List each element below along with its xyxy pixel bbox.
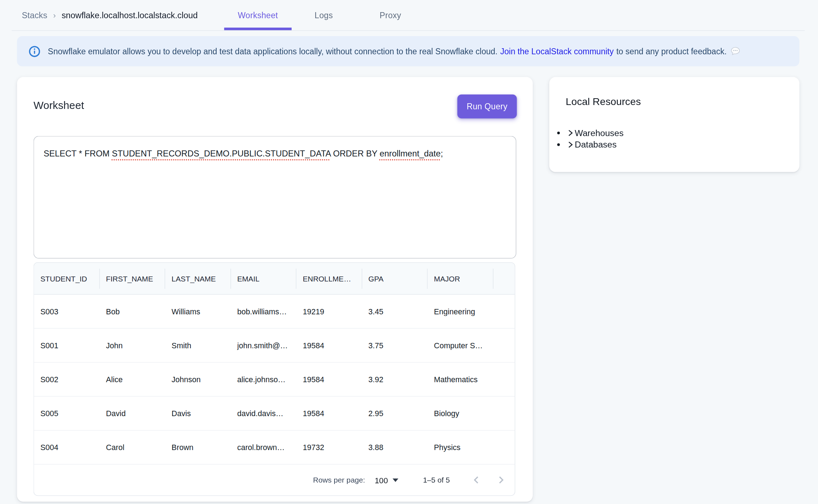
sql-identifier: STUDENT_RECORDS_DEMO.PUBLIC.STUDENT_DATA <box>112 149 331 158</box>
tab-worksheet[interactable]: Worksheet <box>224 0 292 30</box>
table-footer: Rows per page: 100 1–5 of 5 <box>34 465 515 495</box>
column-header-last-name[interactable]: LAST_NAME <box>165 263 231 295</box>
column-header-student-id[interactable]: STUDENT_ID <box>34 263 100 295</box>
table-cell: john.smith@… <box>231 341 297 350</box>
table-row[interactable]: S001JohnSmithjohn.smith@…195843.75Comput… <box>34 329 515 363</box>
bullet-icon <box>557 143 560 146</box>
page-title: Worksheet <box>34 99 84 111</box>
table-cell: 19584 <box>296 341 362 350</box>
column-header-email[interactable]: EMAIL <box>231 263 297 295</box>
rows-per-page-select[interactable]: 100 <box>375 475 398 484</box>
sql-text-segment: SELECT * FROM <box>44 149 112 158</box>
chevron-left-icon <box>469 473 483 487</box>
column-header-first-name[interactable]: FIRST_NAME <box>100 263 165 295</box>
results-table: STUDENT_IDFIRST_NAMELAST_NAMEEMAILENROLL… <box>34 262 515 496</box>
table-body: S003BobWilliamsbob.williams…192193.45Eng… <box>34 295 515 465</box>
chevron-right-icon <box>566 141 574 149</box>
info-banner: Snowflake emulator allows you to develop… <box>17 36 799 66</box>
sql-identifier: enrollment_date <box>380 149 441 158</box>
tab-label: Proxy <box>380 10 401 20</box>
tab-logs[interactable]: Logs <box>301 0 346 30</box>
sql-text: SELECT * FROM STUDENT_RECORDS_DEMO.PUBLI… <box>34 136 516 171</box>
table-cell: Alice <box>100 375 165 384</box>
column-header-enrollme-[interactable]: ENROLLME… <box>296 263 362 295</box>
chevron-right-icon <box>495 473 509 487</box>
community-link[interactable]: Join the LocalStack community <box>500 47 614 56</box>
table-cell: 19732 <box>296 443 362 451</box>
next-page-button[interactable] <box>495 473 509 487</box>
chevron-right-icon <box>566 129 574 137</box>
rows-per-page-label: Rows per page: <box>313 476 365 484</box>
table-cell: 19584 <box>296 409 362 418</box>
table-cell: 2.95 <box>362 409 428 418</box>
table-row[interactable]: S003BobWilliamsbob.williams…192193.45Eng… <box>34 295 515 329</box>
column-header-filler <box>493 263 515 295</box>
table-cell: Computer S… <box>428 341 494 350</box>
table-header-row: STUDENT_IDFIRST_NAMELAST_NAMEEMAILENROLL… <box>34 263 515 295</box>
table-cell: S004 <box>34 443 100 451</box>
tab-bar-divider <box>12 30 805 31</box>
sql-text-segment: ORDER BY <box>331 149 380 158</box>
speech-bubble-icon <box>730 46 740 56</box>
table-cell: Biology <box>428 409 494 418</box>
table-row[interactable]: S005DavidDavisdavid.davis…195842.95Biolo… <box>34 396 515 430</box>
table-cell: Mathematics <box>428 375 494 384</box>
table-row[interactable]: S004CarolBrowncarol.brown…197323.88Physi… <box>34 430 515 464</box>
resource-label: Warehouses <box>575 128 624 138</box>
table-cell: David <box>100 409 165 418</box>
banner-text: Snowflake emulator allows you to develop… <box>48 46 740 56</box>
local-resources-title: Local Resources <box>566 96 641 108</box>
local-resources-list: WarehousesDatabases <box>549 127 799 151</box>
table-cell: Physics <box>428 443 494 451</box>
table-cell: Engineering <box>428 307 494 316</box>
worksheet-card: Worksheet Run Query SELECT * FROM STUDEN… <box>17 77 533 502</box>
table-cell: 3.75 <box>362 341 428 350</box>
column-header-gpa[interactable]: GPA <box>362 263 428 295</box>
table-cell: 3.88 <box>362 443 428 451</box>
previous-page-button[interactable] <box>469 473 483 487</box>
table-row[interactable]: S002AliceJohnsonalice.johnso…195843.92Ma… <box>34 363 515 396</box>
table-cell: bob.williams… <box>231 307 297 316</box>
tab-label: Logs <box>314 10 333 20</box>
local-resources-card: Local Resources WarehousesDatabases <box>549 77 799 172</box>
app-root: Stacks › snowflake.localhost.localstack.… <box>0 0 818 504</box>
table-cell: Williams <box>165 307 231 316</box>
pagination-range: 1–5 of 5 <box>423 476 450 484</box>
banner-message-tail: to send any product feedback. <box>616 47 727 56</box>
dropdown-arrow-icon <box>393 478 398 481</box>
table-cell: S005 <box>34 409 100 418</box>
sql-editor[interactable]: SELECT * FROM STUDENT_RECORDS_DEMO.PUBLI… <box>34 136 516 259</box>
table-cell: Bob <box>100 307 165 316</box>
table-cell: Smith <box>165 341 231 350</box>
table-cell: david.davis… <box>231 409 297 418</box>
table-cell: Carol <box>100 443 165 451</box>
table-cell: 19219 <box>296 307 362 316</box>
tab-label: Worksheet <box>238 10 278 20</box>
table-cell: Johnson <box>165 375 231 384</box>
table-cell: 19584 <box>296 375 362 384</box>
banner-message: Snowflake emulator allows you to develop… <box>48 47 497 56</box>
rows-per-page-value: 100 <box>375 475 388 484</box>
resource-label: Databases <box>575 140 616 150</box>
tab-bar: WorksheetLogsProxy <box>0 0 818 30</box>
column-header-major[interactable]: MAJOR <box>428 263 494 295</box>
table-cell: Brown <box>165 443 231 451</box>
sql-text-segment: ; <box>441 149 443 158</box>
table-cell: 3.92 <box>362 375 428 384</box>
bullet-icon <box>557 131 560 134</box>
top-bar: Stacks › snowflake.localhost.localstack.… <box>0 0 818 30</box>
table-cell: carol.brown… <box>231 443 297 451</box>
table-cell: S002 <box>34 375 100 384</box>
table-cell: Davis <box>165 409 231 418</box>
table-cell: S003 <box>34 307 100 316</box>
info-icon <box>29 45 40 57</box>
table-cell: S001 <box>34 341 100 350</box>
table-cell: alice.johnso… <box>231 375 297 384</box>
run-query-button[interactable]: Run Query <box>457 95 517 119</box>
tab-proxy[interactable]: Proxy <box>367 0 414 30</box>
table-cell: 3.45 <box>362 307 428 316</box>
resource-item-databases[interactable]: Databases <box>549 139 799 151</box>
resource-item-warehouses[interactable]: Warehouses <box>549 127 799 139</box>
table-cell: John <box>100 341 165 350</box>
